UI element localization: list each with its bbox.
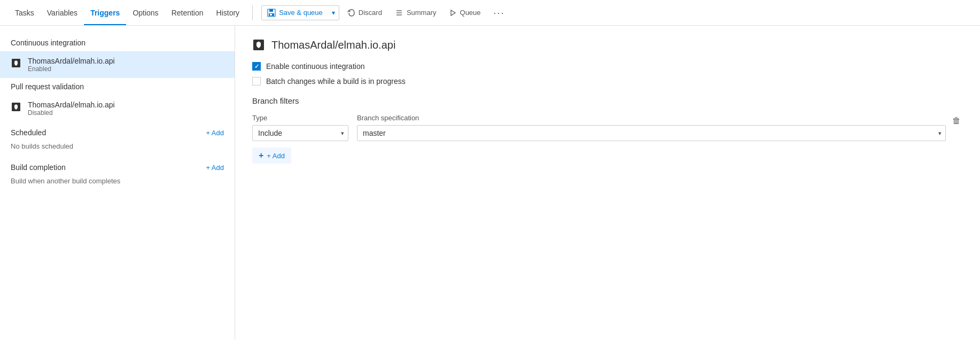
left-panel: Continuous integration ThomasArdal/elmah… (0, 26, 235, 340)
filter-spec-select-wrapper: master ▾ (357, 125, 946, 141)
filter-delete-col: 🗑 (950, 114, 963, 130)
tab-triggers[interactable]: Triggers (84, 0, 126, 25)
more-icon: ··· (494, 8, 505, 18)
right-panel: ThomasArdal/elmah.io.api Enable continuo… (235, 26, 980, 340)
add-filter-label: + Add (267, 152, 285, 160)
tab-tasks[interactable]: Tasks (9, 0, 41, 25)
pr-repo-item[interactable]: ThomasArdal/elmah.io.api Disabled (0, 95, 235, 122)
save-queue-label: Save & queue (279, 9, 323, 17)
tab-retention[interactable]: Retention (165, 0, 210, 25)
add-filter-button[interactable]: + + Add (252, 148, 291, 164)
filter-spec-col: Branch specification master ▾ (357, 114, 946, 141)
nav-separator (252, 5, 253, 20)
discard-button[interactable]: Discard (341, 6, 387, 20)
tab-variables[interactable]: Variables (41, 0, 84, 25)
summary-label: Summary (407, 9, 437, 17)
svg-rect-1 (269, 9, 273, 12)
filter-type-select[interactable]: Include Exclude (252, 125, 348, 141)
svg-marker-7 (451, 10, 455, 16)
pr-repo-info: ThomasArdal/elmah.io.api Disabled (28, 101, 115, 117)
enable-ci-row: Enable continuous integration (252, 62, 963, 71)
save-queue-main-button[interactable]: Save & queue (262, 6, 328, 20)
right-title: ThomasArdal/elmah.io.api (271, 39, 395, 51)
branch-filters-title: Branch filters (252, 96, 963, 105)
save-queue-dropdown-button[interactable]: ▾ (328, 6, 339, 19)
nav-tabs: Tasks Variables Triggers Options Retenti… (9, 0, 246, 25)
build-completion-title: Build completion (11, 163, 66, 172)
continuous-integration-header: Continuous integration (0, 34, 235, 51)
add-filter-plus-icon: + (259, 151, 263, 160)
summary-button[interactable]: Summary (390, 6, 442, 20)
save-queue-button-group: Save & queue ▾ (261, 5, 339, 20)
build-completion-note: Build when another build completes (0, 175, 235, 191)
filter-type-select-wrapper: Include Exclude ▾ (252, 125, 348, 141)
toolbar-buttons: Save & queue ▾ Discard Summary (261, 5, 510, 20)
queue-label: Queue (460, 9, 481, 17)
undo-icon (347, 9, 355, 17)
filter-delete-button[interactable]: 🗑 (950, 114, 963, 128)
floppy-icon (267, 9, 276, 17)
enable-ci-label: Enable continuous integration (266, 62, 364, 71)
branch-filters-section: Branch filters Type Include Exclude ▾ Br… (252, 96, 963, 164)
build-completion-add-button[interactable]: + Add (206, 164, 224, 172)
ci-repo-name: ThomasArdal/elmah.io.api (28, 57, 115, 65)
right-repo-shield-icon (252, 38, 265, 51)
chevron-down-icon: ▾ (332, 9, 335, 17)
repo-shield-icon (11, 58, 21, 68)
scheduled-title: Scheduled (11, 128, 46, 137)
filter-headers: Type Include Exclude ▾ Branch specificat… (252, 114, 963, 141)
ci-repo-info: ThomasArdal/elmah.io.api Enabled (28, 57, 115, 73)
main-layout: Continuous integration ThomasArdal/elmah… (0, 26, 980, 340)
scheduled-note: No builds scheduled (0, 140, 235, 157)
pr-repo-status: Disabled (28, 109, 115, 117)
svg-rect-3 (270, 14, 272, 16)
ci-repo-item[interactable]: ThomasArdal/elmah.io.api Enabled (0, 51, 235, 78)
top-navigation: Tasks Variables Triggers Options Retenti… (0, 0, 980, 26)
filter-type-label: Type (252, 114, 348, 122)
tab-options[interactable]: Options (126, 0, 165, 25)
tab-history[interactable]: History (210, 0, 246, 25)
pr-repo-shield-icon (11, 102, 21, 112)
trash-icon: 🗑 (952, 116, 961, 126)
list-icon (395, 9, 403, 17)
queue-button[interactable]: Queue (444, 6, 486, 19)
more-button[interactable]: ··· (488, 5, 510, 20)
filter-spec-select[interactable]: master (357, 125, 946, 141)
play-icon (449, 9, 457, 17)
pr-repo-name: ThomasArdal/elmah.io.api (28, 101, 115, 109)
pull-request-header: Pull request validation (0, 78, 235, 95)
batch-changes-row: Batch changes while a build is in progre… (252, 77, 963, 86)
discard-label: Discard (359, 9, 382, 17)
batch-changes-label: Batch changes while a build is in progre… (266, 77, 406, 86)
scheduled-add-button[interactable]: + Add (206, 129, 224, 137)
build-completion-section-header: Build completion + Add (0, 157, 235, 175)
filter-spec-label: Branch specification (357, 114, 946, 122)
ci-repo-status: Enabled (28, 65, 115, 73)
right-header: ThomasArdal/elmah.io.api (252, 38, 963, 51)
scheduled-section-header: Scheduled + Add (0, 122, 235, 140)
filter-type-col: Type Include Exclude ▾ (252, 114, 348, 141)
batch-changes-checkbox[interactable] (252, 77, 261, 86)
enable-ci-checkbox[interactable] (252, 62, 261, 71)
